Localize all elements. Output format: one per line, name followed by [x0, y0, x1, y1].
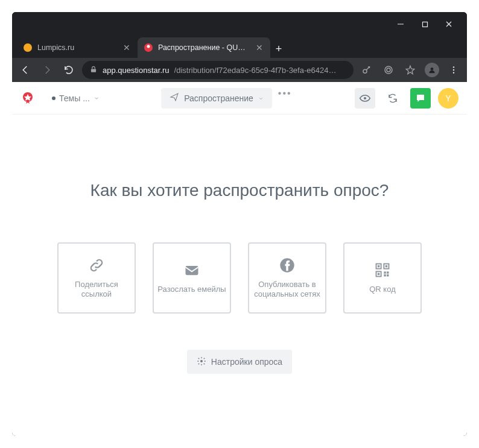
tab-strip: Lumpics.ru ✕ Распространение - QUESTIONS…: [12, 36, 467, 58]
card-social[interactable]: Опубликовать в социальных сетях: [248, 242, 326, 314]
distribution-button[interactable]: Распространение: [161, 88, 272, 109]
card-share-link[interactable]: Поделиться ссылкой: [57, 242, 136, 314]
svg-point-17: [364, 96, 366, 99]
close-window-button[interactable]: [437, 15, 461, 33]
svg-rect-26: [384, 271, 386, 274]
svg-rect-18: [186, 266, 198, 275]
svg-point-4: [24, 43, 32, 52]
distribution-cards: Поделиться ссылкой Разослать емейлы Опуб…: [57, 242, 422, 314]
page-title: Как вы хотите распространить опрос?: [90, 181, 389, 200]
center-nav: Распространение •••: [112, 88, 347, 109]
distribution-label: Распространение: [184, 93, 253, 103]
svg-rect-21: [378, 265, 380, 268]
facebook-icon: [279, 257, 296, 276]
link-icon: [88, 257, 105, 276]
minimize-button[interactable]: [389, 15, 413, 33]
themes-label: Темы ...: [59, 93, 90, 103]
card-send-emails[interactable]: Разослать емейлы: [153, 242, 231, 314]
card-label: QR код: [369, 285, 395, 294]
maximize-button[interactable]: [413, 15, 437, 33]
send-icon: [170, 92, 179, 104]
svg-rect-23: [385, 265, 388, 268]
svg-point-10: [385, 66, 392, 74]
gear-icon: [197, 356, 206, 368]
menu-button[interactable]: [445, 62, 462, 78]
close-icon[interactable]: ✕: [255, 43, 264, 52]
svg-point-12: [453, 66, 454, 68]
svg-rect-1: [422, 22, 427, 27]
forward-button[interactable]: [39, 62, 56, 78]
key-icon[interactable]: [358, 62, 375, 78]
browser-toolbar: app.questionstar.ru/distribution/f72eda9…: [12, 58, 467, 82]
user-avatar[interactable]: Y: [438, 88, 458, 109]
main-area: Как вы хотите распространить опрос? Поде…: [12, 115, 467, 436]
url-domain: app.questionstar.ru: [103, 66, 170, 75]
tab-title: Lumpics.ru: [37, 43, 117, 52]
address-bar[interactable]: app.questionstar.ru/distribution/f72eda9…: [82, 61, 354, 79]
lock-icon: [89, 65, 98, 75]
chevron-down-icon: [258, 93, 264, 103]
reload-button[interactable]: [60, 62, 77, 78]
card-label: Поделиться ссылкой: [62, 280, 131, 300]
bookmark-icon[interactable]: [402, 62, 419, 78]
close-icon[interactable]: ✕: [122, 43, 132, 52]
extension-icon[interactable]: [380, 62, 397, 78]
favicon-icon: [144, 43, 153, 52]
titlebar: [12, 12, 467, 36]
svg-point-6: [147, 45, 150, 48]
preview-button[interactable]: [355, 88, 375, 109]
tab-lumpics[interactable]: Lumpics.ru ✕: [17, 37, 138, 58]
svg-point-13: [453, 69, 454, 71]
tab-questionstar[interactable]: Распространение - QUESTIONS ✕: [138, 37, 270, 58]
back-button[interactable]: [17, 62, 34, 78]
url-path: /distribution/f72eda9c-65c9-4f7b-3efa-e6…: [174, 66, 337, 75]
survey-settings-button[interactable]: Настройки опроса: [187, 350, 292, 374]
tab-title: Распространение - QUESTIONS: [158, 43, 250, 52]
svg-point-30: [200, 360, 203, 362]
more-button[interactable]: •••: [272, 88, 298, 109]
card-qr-code[interactable]: QR код: [343, 242, 422, 314]
new-tab-button[interactable]: +: [270, 43, 287, 58]
svg-rect-7: [91, 69, 96, 72]
svg-rect-29: [387, 274, 389, 277]
person-icon: [425, 63, 439, 77]
svg-rect-28: [384, 274, 386, 277]
settings-label: Настройки опроса: [211, 357, 282, 367]
profile-button[interactable]: [423, 62, 440, 78]
user-initial: Y: [445, 93, 451, 103]
themes-dropdown[interactable]: Темы ...: [47, 93, 104, 103]
app-logo-icon[interactable]: [21, 91, 35, 106]
svg-rect-25: [378, 273, 380, 275]
chevron-down-icon: [94, 93, 100, 103]
svg-rect-27: [387, 271, 389, 274]
app-header: Темы ... Распространение •••: [12, 82, 467, 115]
email-icon: [183, 262, 200, 281]
svg-point-8: [363, 69, 367, 73]
svg-point-11: [431, 68, 434, 71]
dot-icon: [52, 96, 56, 100]
qr-icon: [374, 262, 391, 281]
browser-window: Lumpics.ru ✕ Распространение - QUESTIONS…: [12, 12, 467, 436]
svg-point-9: [387, 68, 390, 72]
svg-point-14: [453, 72, 454, 73]
card-label: Опубликовать в социальных сетях: [253, 280, 322, 300]
refresh-button[interactable]: [382, 88, 403, 109]
card-label: Разослать емейлы: [157, 285, 226, 294]
feedback-button[interactable]: [410, 88, 431, 109]
app-content: Темы ... Распространение •••: [12, 82, 467, 436]
favicon-icon: [23, 43, 33, 52]
